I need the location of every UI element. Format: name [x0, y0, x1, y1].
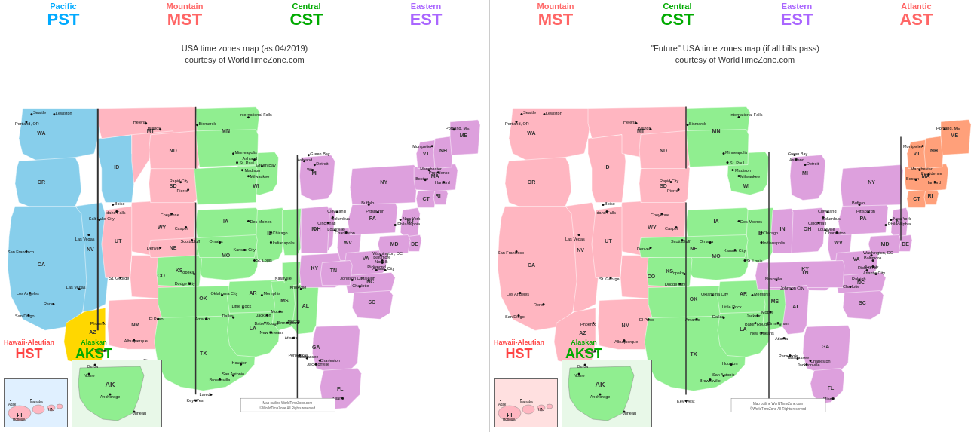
svg-point-234	[394, 224, 397, 226]
svg-text:Hartford: Hartford	[926, 179, 941, 184]
tz-eastern-right: Eastern EST	[781, 2, 813, 29]
svg-text:Norfolk: Norfolk	[375, 259, 388, 264]
svg-text:CA: CA	[38, 262, 45, 267]
svg-text:UT: UT	[115, 237, 122, 243]
svg-text:MS: MS	[280, 298, 289, 303]
svg-text:Atlanta: Atlanta	[284, 335, 298, 340]
svg-text:Phoenix: Phoenix	[90, 321, 106, 326]
svg-text:AR: AR	[740, 290, 747, 296]
svg-text:Atlantic City: Atlantic City	[863, 270, 885, 274]
svg-point-313	[30, 399, 32, 400]
svg-text:Jackson: Jackson	[256, 313, 271, 317]
svg-text:Unalaska: Unalaska	[519, 400, 533, 404]
svg-text:MO: MO	[712, 253, 721, 258]
svg-text:Milwaukee: Milwaukee	[250, 173, 269, 178]
svg-text:Topeka: Topeka	[671, 270, 685, 274]
svg-text:Seattle: Seattle	[523, 109, 536, 114]
svg-text:Rapid City: Rapid City	[660, 178, 679, 182]
svg-text:Memphis: Memphis	[754, 291, 771, 296]
svg-text:RI: RI	[928, 192, 933, 198]
svg-text:WV: WV	[344, 239, 353, 244]
svg-text:Omaha: Omaha	[210, 238, 224, 243]
svg-text:Cheyenne: Cheyenne	[651, 212, 669, 216]
svg-text:Albuquerque: Albuquerque	[614, 339, 638, 343]
svg-text:Detroit: Detroit	[316, 161, 329, 165]
svg-text:Houston: Houston	[722, 360, 738, 365]
svg-text:TN: TN	[330, 268, 337, 273]
svg-text:Boise: Boise	[115, 201, 125, 205]
svg-marker-44	[350, 164, 418, 204]
svg-text:Mobile: Mobile	[761, 309, 773, 314]
svg-text:St. Paul: St. Paul	[730, 160, 744, 164]
svg-text:AZ: AZ	[579, 329, 586, 335]
svg-text:NH: NH	[930, 147, 938, 152]
svg-text:TX: TX	[200, 351, 207, 356]
svg-text:Buffalo: Buffalo	[361, 200, 374, 204]
tz-mountain-right: Mountain MST	[537, 2, 574, 29]
svg-text:Washington, DC: Washington, DC	[863, 250, 893, 254]
right-map-panel: Mountain MST Central CST Eastern EST Atl…	[490, 0, 980, 432]
left-tz-header: Pacific PST Mountain MST Central CST Eas…	[0, 0, 489, 41]
alaska-inset-left: AK Anchorage Nome Barrow Juneau	[72, 360, 162, 427]
svg-text:MN: MN	[712, 127, 721, 133]
svg-text:Casper: Casper	[665, 225, 678, 230]
svg-text:Dallas: Dallas	[712, 314, 724, 318]
svg-text:Honolulu: Honolulu	[503, 418, 516, 421]
svg-text:AK: AK	[106, 381, 115, 388]
svg-text:FL: FL	[337, 386, 344, 391]
svg-text:Little Rock: Little Rock	[232, 304, 252, 308]
svg-text:San Diego: San Diego	[505, 314, 525, 318]
svg-text:Baltimore: Baltimore	[864, 255, 881, 259]
hawaii-aleutian-label-right: Hawaii-Aleutian	[494, 339, 544, 346]
hst-label: HST	[4, 346, 54, 362]
svg-text:New York: New York	[893, 216, 911, 220]
svg-point-626	[623, 410, 626, 412]
svg-text:Pensacola: Pensacola	[779, 353, 799, 357]
svg-point-308	[17, 415, 19, 416]
svg-marker-1	[15, 157, 81, 210]
svg-text:Reno: Reno	[534, 302, 544, 306]
hawaii-inset-right: HI Honolulu Hilo Adak Unalaska	[494, 378, 558, 427]
hawaii-inset-left: HI Honolulu Hilo Adak Unalaska	[4, 378, 68, 427]
svg-text:Dallas: Dallas	[222, 314, 234, 318]
svg-point-607	[547, 404, 553, 409]
svg-text:Macon: Macon	[287, 319, 299, 323]
svg-text:Reno: Reno	[44, 302, 54, 306]
tz-atlantic-right: Atlantic AST	[899, 2, 933, 29]
svg-marker-357	[843, 290, 884, 319]
svg-text:Baton Rouge: Baton Rouge	[745, 321, 769, 326]
svg-text:Raleigh: Raleigh	[361, 276, 375, 280]
svg-marker-324	[509, 108, 592, 161]
svg-text:OH: OH	[804, 225, 812, 231]
svg-point-615	[500, 400, 501, 401]
svg-text:International Falls: International Falls	[240, 112, 273, 117]
svg-text:St. Paul: St. Paul	[240, 160, 254, 164]
hst-label-right: HST	[494, 346, 544, 362]
svg-marker-366	[782, 285, 809, 334]
svg-text:Key West: Key West	[677, 398, 695, 403]
svg-text:GA: GA	[822, 343, 830, 348]
svg-text:MD: MD	[881, 241, 890, 246]
svg-text:Kansas City: Kansas City	[724, 247, 746, 252]
svg-point-302	[32, 405, 44, 414]
svg-text:Washington, DC: Washington, DC	[372, 251, 403, 256]
svg-text:DE: DE	[902, 241, 909, 246]
svg-text:Kansas City: Kansas City	[234, 247, 256, 252]
svg-text:Billings: Billings	[638, 125, 651, 130]
svg-text:Denver: Denver	[637, 246, 651, 250]
svg-text:WA: WA	[37, 130, 45, 136]
svg-point-319	[88, 372, 90, 375]
svg-text:WV: WV	[834, 239, 843, 244]
svg-text:CO: CO	[157, 273, 165, 278]
svg-text:San Antonio: San Antonio	[222, 372, 245, 376]
svg-text:Dodge City: Dodge City	[175, 281, 195, 286]
svg-text:IA: IA	[223, 218, 228, 223]
svg-text:Ashland: Ashland	[243, 155, 258, 160]
svg-text:AZ: AZ	[89, 329, 96, 335]
svg-text:Las Vegas: Las Vegas	[565, 236, 585, 241]
svg-text:Des Moines: Des Moines	[250, 219, 271, 223]
svg-text:Amarillo: Amarillo	[685, 317, 700, 321]
svg-text:Green Bay: Green Bay	[256, 162, 275, 167]
svg-text:Brownsville: Brownsville	[700, 378, 721, 382]
svg-text:OK: OK	[690, 296, 698, 301]
